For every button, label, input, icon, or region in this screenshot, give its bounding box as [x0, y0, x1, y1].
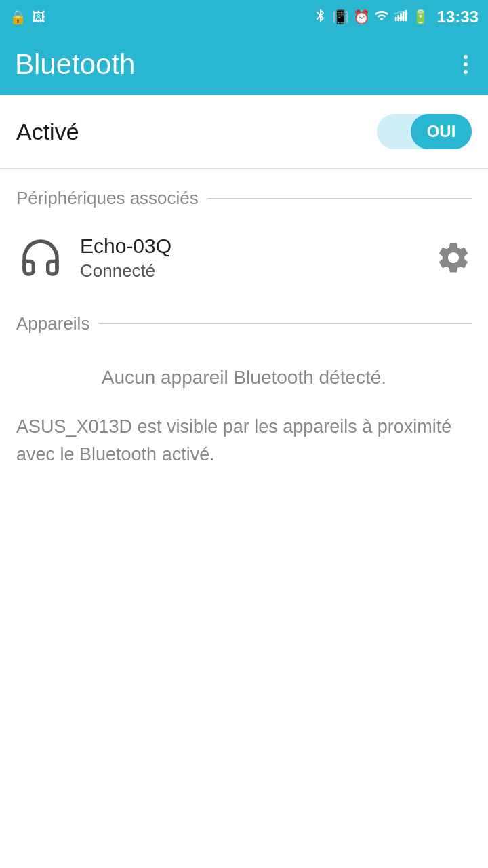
bluetooth-toggle-row: Activé OUI — [0, 95, 488, 169]
wifi-icon — [374, 8, 389, 26]
page-title: Bluetooth — [15, 48, 135, 81]
no-devices-text: Aucun appareil Bluetooth détecté. — [0, 347, 488, 399]
toggle-thumb: OUI — [411, 114, 472, 149]
status-bar-right: 📳 ⏰ 🔋 13:33 — [313, 7, 479, 26]
lock-icon: 🔒 — [9, 9, 26, 25]
more-dot-2 — [464, 62, 468, 66]
more-dot-1 — [464, 55, 468, 59]
status-bar-left: 🔒 🖼 — [9, 9, 45, 25]
content-area: Activé OUI Périphériques associés Echo-0… — [0, 95, 488, 488]
more-options-button[interactable] — [458, 50, 473, 79]
vibrate-icon: 📳 — [332, 9, 349, 25]
svg-rect-4 — [405, 9, 407, 21]
headphone-icon — [16, 233, 65, 282]
alarm-icon: ⏰ — [353, 9, 370, 25]
paired-section-title: Périphériques associés — [16, 188, 199, 209]
status-bar: 🔒 🖼 📳 ⏰ 🔋 — [0, 0, 488, 34]
available-section-header: Appareils — [0, 294, 488, 347]
svg-rect-0 — [394, 16, 396, 20]
device-status: Connecté — [80, 260, 435, 281]
svg-rect-3 — [402, 11, 404, 21]
battery-icon: 🔋 — [412, 9, 429, 25]
app-bar: Bluetooth — [0, 34, 488, 95]
device-item[interactable]: Echo-03Q Connecté — [0, 221, 488, 294]
available-section-line — [99, 323, 472, 324]
image-icon: 🖼 — [32, 9, 45, 25]
paired-section-header: Périphériques associés — [0, 169, 488, 221]
svg-rect-2 — [400, 13, 402, 21]
toggle-label: Activé — [16, 119, 79, 145]
svg-rect-1 — [397, 15, 399, 21]
signal-icon — [393, 8, 408, 26]
device-info: Echo-03Q Connecté — [80, 235, 435, 281]
paired-section-line — [208, 198, 472, 199]
more-dot-3 — [464, 70, 468, 74]
status-time: 13:33 — [437, 7, 479, 26]
toggle-state-label: OUI — [427, 122, 456, 141]
device-settings-icon[interactable] — [435, 239, 472, 276]
visibility-note: ASUS_X013D est visible par les appareils… — [0, 399, 488, 488]
available-section-title: Appareils — [16, 313, 89, 334]
bluetooth-status-icon — [313, 8, 328, 26]
bluetooth-toggle[interactable]: OUI — [377, 114, 472, 149]
device-name: Echo-03Q — [80, 235, 435, 258]
